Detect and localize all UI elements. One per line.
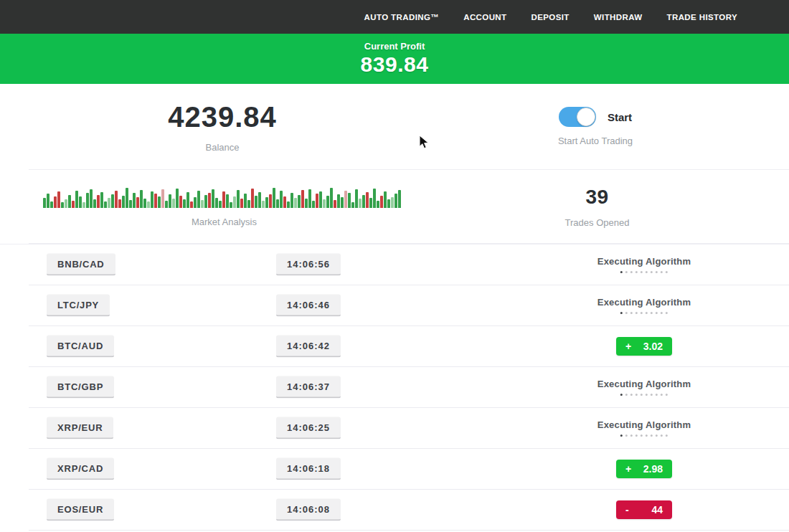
market-bar — [290, 193, 293, 208]
executing-algorithm-label: Executing Algorithm — [597, 297, 691, 308]
market-bar — [273, 188, 275, 208]
market-bar — [126, 188, 128, 208]
trade-result: Executing Algorithm — [597, 419, 691, 437]
market-bar — [212, 189, 214, 208]
market-bar — [384, 191, 387, 208]
progress-dot — [661, 271, 663, 273]
result-sign: + — [625, 341, 631, 352]
trade-row: XRP/EUR14:06:25Executing Algorithm — [29, 408, 789, 449]
trade-result: Executing Algorithm — [597, 256, 691, 273]
market-bar — [108, 198, 110, 208]
market-bar — [154, 194, 157, 208]
nav-auto-trading[interactable]: AUTO TRADING™ — [364, 13, 440, 22]
trade-result: +3.02 — [616, 337, 672, 356]
market-bar — [47, 194, 49, 208]
progress-dot — [636, 271, 638, 273]
market-bar — [301, 190, 304, 208]
market-bar — [237, 190, 240, 208]
market-bar — [341, 197, 344, 208]
market-bar — [136, 197, 139, 208]
market-bar — [226, 194, 229, 208]
auto-trading-toggle[interactable] — [559, 107, 596, 127]
executing-algorithm-label: Executing Algorithm — [597, 419, 691, 430]
progress-dot — [661, 312, 663, 314]
market-bar — [57, 191, 60, 208]
progress-dot — [636, 312, 638, 314]
trade-result: +2.98 — [616, 460, 672, 478]
progress-dot — [641, 271, 643, 273]
market-bar — [323, 199, 326, 208]
executing-progress-dots — [620, 394, 668, 396]
progress-dot — [625, 434, 628, 437]
market-bar — [179, 196, 182, 208]
market-bar — [387, 199, 390, 208]
market-bar — [287, 201, 290, 208]
market-bar — [61, 202, 64, 208]
time-badge: 14:06:37 — [276, 376, 341, 399]
current-profit-value: 839.84 — [361, 52, 429, 77]
market-bar — [316, 194, 318, 208]
progress-dot — [651, 434, 653, 437]
market-bar — [255, 196, 258, 208]
progress-dot — [646, 312, 648, 314]
market-bar — [398, 190, 401, 208]
progress-dot — [666, 271, 668, 273]
market-bar — [176, 189, 179, 208]
market-bar — [362, 195, 365, 208]
market-bar — [294, 198, 297, 208]
nav-deposit[interactable]: DEPOSIT — [531, 13, 570, 22]
market-bar — [133, 193, 136, 208]
progress-dot — [656, 434, 658, 437]
balance-value: 4239.84 — [168, 101, 277, 133]
pair-badge: XRP/CAD — [47, 458, 114, 480]
market-bar — [330, 188, 333, 208]
nav-trade-history[interactable]: TRADE HISTORY — [667, 13, 738, 22]
market-bar — [230, 202, 232, 208]
market-bar — [222, 191, 225, 208]
market-bar — [240, 199, 243, 208]
trade-row: BTC/AUD14:06:42+3.02 — [29, 326, 789, 367]
pair-badge: BTC/GBP — [47, 376, 114, 399]
nav-account[interactable]: ACCOUNT — [463, 13, 506, 22]
market-bar — [337, 194, 340, 208]
time-badge: 14:06:25 — [276, 417, 341, 440]
progress-dot — [636, 394, 638, 396]
progress-dot — [620, 394, 623, 396]
market-bar — [380, 196, 383, 208]
result-value: 3.02 — [643, 341, 663, 352]
executing-algorithm-label: Executing Algorithm — [597, 256, 691, 267]
nav-withdraw[interactable]: WITHDRAW — [594, 13, 643, 22]
progress-dot — [661, 434, 663, 437]
time-badge: 14:06:56 — [276, 254, 341, 276]
market-bar — [65, 199, 67, 208]
market-bar — [319, 191, 322, 208]
market-bar — [197, 191, 200, 208]
market-bar — [334, 200, 336, 208]
market-bar — [183, 199, 186, 208]
market-bar — [359, 199, 362, 208]
market-analysis-chart — [43, 186, 405, 208]
progress-dot — [641, 312, 643, 314]
profit-badge: +2.98 — [616, 460, 672, 478]
market-bar — [158, 196, 161, 208]
market-bar — [97, 195, 100, 208]
market-bar — [298, 195, 301, 208]
executing-progress-dots — [620, 312, 668, 314]
market-bar — [377, 201, 379, 208]
progress-dot — [646, 271, 648, 273]
market-bar — [190, 201, 193, 208]
progress-dot — [651, 312, 653, 314]
progress-dot — [666, 394, 668, 396]
pair-badge: EOS/EUR — [47, 499, 114, 521]
market-bar — [204, 195, 207, 208]
balance-row: 4239.84 Balance Start Start Auto Trading — [29, 84, 789, 170]
time-badge: 14:06:42 — [276, 336, 341, 358]
trade-row: BTC/GBP14:06:37Executing Algorithm — [29, 367, 789, 408]
profit-badge: +3.02 — [616, 337, 672, 356]
market-bar — [208, 193, 211, 208]
market-bar — [201, 200, 204, 208]
market-bar — [276, 199, 279, 208]
current-profit-banner: Current Profit 839.84 — [0, 34, 789, 84]
market-bar — [233, 196, 236, 208]
balance-label: Balance — [206, 142, 240, 153]
